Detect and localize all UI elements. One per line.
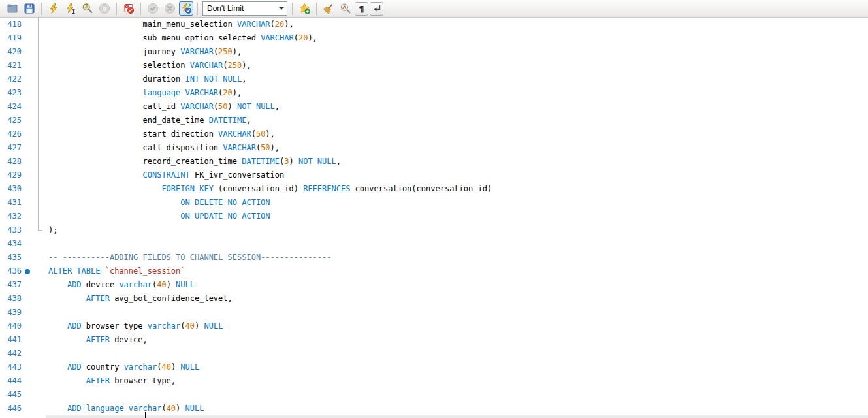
code-text: language VARCHAR(20),: [46, 86, 242, 100]
code-line[interactable]: 430 FOREIGN KEY (conversation_id) REFERE…: [0, 182, 868, 196]
code-text: ON DELETE NO ACTION: [46, 196, 270, 210]
code-text: call_disposition VARCHAR(50),: [46, 141, 280, 155]
code-line[interactable]: 429 CONSTRAINT FK_ivr_conversation: [0, 169, 868, 182]
code-line[interactable]: 439: [0, 306, 868, 319]
code-line[interactable]: 438 AFTER avg_bot_confidence_level,: [0, 292, 868, 306]
code-line[interactable]: 442: [0, 347, 868, 361]
code-line[interactable]: 434: [0, 237, 868, 251]
line-number: 444: [5, 374, 22, 388]
code-text: );: [46, 223, 57, 237]
line-number: 442: [5, 347, 22, 361]
line-number: 441: [5, 333, 22, 347]
line-number: 422: [5, 72, 22, 86]
gutter-margin: [22, 265, 46, 278]
code-text: duration INT NOT NULL,: [46, 72, 246, 86]
code-text: AFTER browser_type,: [46, 374, 176, 388]
code-line[interactable]: 432 ON UPDATE NO ACTION: [0, 210, 868, 223]
toolbar-separator: [197, 3, 198, 15]
gutter-margin: [22, 182, 46, 196]
toggle-stop-on-error-button[interactable]: [121, 1, 137, 16]
code-line[interactable]: 422 duration INT NOT NULL,: [0, 72, 868, 86]
execute-lightning-icon: [48, 3, 59, 14]
line-number: 427: [5, 141, 22, 155]
code-text: sub_menu_option_selected VARCHAR(20),: [46, 31, 317, 45]
code-line[interactable]: 441 AFTER device,: [0, 333, 868, 347]
code-line[interactable]: 440 ADD browser_type varchar(40) NULL: [0, 319, 868, 333]
limit-rows-value: Don't Limit: [203, 4, 276, 13]
toolbar-separator: [116, 3, 117, 15]
code-lines: 418 main_menu_selection VARCHAR(20),419 …: [0, 18, 868, 415]
code-line[interactable]: 420 journey VARCHAR(250),: [0, 45, 868, 59]
gutter-margin: [22, 251, 46, 265]
line-number: 425: [5, 114, 22, 127]
code-text: start_direction VARCHAR(50),: [46, 127, 275, 141]
gutter-margin: [22, 278, 46, 292]
line-number: 438: [5, 292, 22, 306]
line-number: 418: [5, 18, 22, 31]
save-floppy-icon: [24, 3, 35, 14]
gutter-margin: [22, 127, 46, 141]
line-number: 426: [5, 127, 22, 141]
open-script-button[interactable]: [5, 1, 20, 16]
save-script-button[interactable]: [22, 1, 37, 16]
line-number: 431: [5, 196, 22, 210]
line-number: 445: [5, 388, 22, 402]
code-line[interactable]: 445: [0, 388, 868, 402]
sql-code-editor[interactable]: 418 main_menu_selection VARCHAR(20),419 …: [0, 18, 868, 418]
line-number: 430: [5, 182, 22, 196]
gutter-margin: [22, 59, 46, 72]
code-line[interactable]: 446 ADD language varchar(40) NULL: [0, 402, 868, 415]
code-line[interactable]: 419 sub_menu_option_selected VARCHAR(20)…: [0, 31, 868, 45]
code-line[interactable]: 437 ADD device varchar(40) NULL: [0, 278, 868, 292]
show-invisibles-button[interactable]: ¶: [355, 2, 368, 16]
word-wrap-arrow-icon: [372, 3, 382, 14]
code-line[interactable]: 428 record_creation_time DATETIME(3) NOT…: [0, 155, 868, 169]
code-text: AFTER avg_bot_confidence_level,: [46, 292, 233, 306]
gutter-margin: [22, 45, 46, 59]
code-line[interactable]: 425 end_date_time DATETIME,: [0, 114, 868, 127]
code-line[interactable]: 436ALTER TABLE `channel_session`: [0, 265, 868, 278]
code-text: ADD device varchar(40) NULL: [46, 278, 195, 292]
explain-plan-button[interactable]: [80, 1, 95, 16]
save-snippet-button[interactable]: [297, 1, 312, 16]
code-line[interactable]: 435-- ----------ADDING FILEDS TO CHANNEL…: [0, 251, 868, 265]
gutter-margin: [22, 100, 46, 114]
code-text: ADD country varchar(40) NULL: [46, 361, 199, 374]
limit-rows-dropdown[interactable]: Don't Limit: [202, 1, 287, 16]
line-number: 429: [5, 169, 22, 182]
code-line[interactable]: 424 call_id VARCHAR(50) NOT NULL,: [0, 100, 868, 114]
code-line[interactable]: 433);: [0, 223, 868, 237]
toolbar-separator: [140, 3, 141, 15]
code-line[interactable]: 423 language VARCHAR(20),: [0, 86, 868, 100]
code-line[interactable]: 427 call_disposition VARCHAR(50),: [0, 141, 868, 155]
toggle-autocommit-button[interactable]: [179, 1, 193, 16]
line-number: 446: [5, 402, 22, 415]
find-magnifier-a-icon: A: [340, 3, 351, 14]
find-and-replace-button[interactable]: A: [338, 1, 353, 16]
commit-button[interactable]: [145, 1, 161, 16]
code-line[interactable]: 421 selection VARCHAR(250),: [0, 59, 868, 72]
code-text: [46, 306, 48, 319]
execute-current-statement-button[interactable]: [63, 1, 78, 16]
line-number: 440: [5, 319, 22, 333]
stop-query-button[interactable]: [97, 1, 112, 16]
toolbar-separator: [292, 3, 293, 15]
rollback-button[interactable]: [162, 1, 178, 16]
line-number: 434: [5, 237, 22, 251]
code-line[interactable]: 443 ADD country varchar(40) NULL: [0, 361, 868, 374]
line-number: 419: [5, 31, 22, 45]
code-text: [46, 347, 48, 361]
code-line[interactable]: 418 main_menu_selection VARCHAR(20),: [0, 18, 868, 31]
gutter-margin: [22, 31, 46, 45]
code-line[interactable]: 426 start_direction VARCHAR(50),: [0, 127, 868, 141]
execute-script-button[interactable]: [46, 1, 61, 16]
code-text: ON UPDATE NO ACTION: [46, 210, 270, 223]
code-line[interactable]: 444 AFTER browser_type,: [0, 374, 868, 388]
line-number: 443: [5, 361, 22, 374]
toggle-word-wrap-button[interactable]: [370, 2, 383, 16]
beautify-script-button[interactable]: [321, 1, 336, 16]
line-number: 436: [5, 265, 22, 278]
code-text: end_date_time DATETIME,: [46, 114, 251, 127]
gutter-margin: [22, 306, 46, 319]
code-line[interactable]: 431 ON DELETE NO ACTION: [0, 196, 868, 210]
